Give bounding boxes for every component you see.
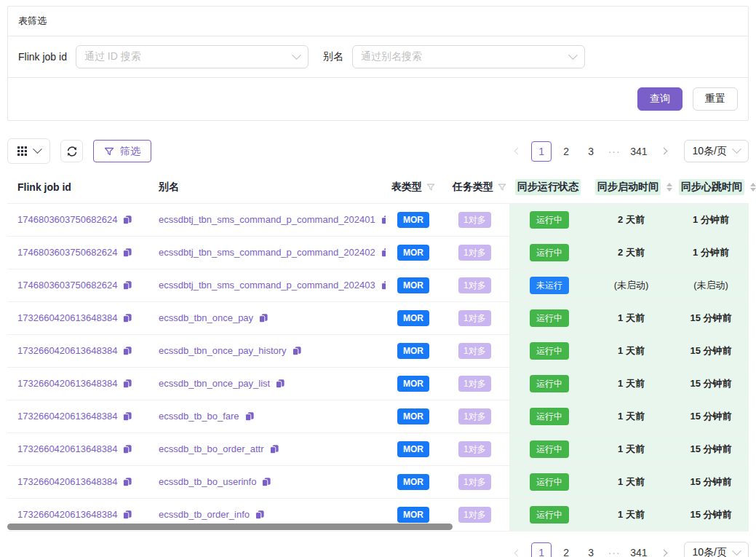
- sync-heartbeat-time-cell: 15 分钟前: [673, 400, 749, 432]
- alias-placeholder: 通过别名搜索: [361, 50, 422, 63]
- alias-link[interactable]: ecssdb_tbn_once_pay: [159, 312, 253, 323]
- alias-link[interactable]: ecssdb_tb_bo_userinfo: [159, 476, 256, 487]
- copy-icon[interactable]: [122, 411, 132, 422]
- chevron-down-icon: [732, 546, 741, 556]
- page-button-active[interactable]: 1: [531, 141, 552, 162]
- task-type-badge: 1对多: [458, 507, 491, 523]
- table-type-cell: MOR: [386, 301, 447, 334]
- copy-icon[interactable]: [122, 248, 132, 258]
- pagination-ellipsis[interactable]: ···: [605, 146, 623, 157]
- pagination: 1 2 3 ··· 341 10条/页: [508, 542, 749, 557]
- status-badge: 运行中: [530, 211, 569, 229]
- table-type-cell: MOR: [386, 400, 447, 432]
- page-size-select[interactable]: 10条/页: [684, 542, 749, 557]
- page-button-last[interactable]: 341: [627, 141, 650, 162]
- page-button[interactable]: 2: [556, 141, 576, 162]
- alias-link[interactable]: ecssdb_tbn_once_pay_list: [159, 378, 270, 389]
- copy-icon[interactable]: [381, 248, 386, 258]
- copy-icon[interactable]: [122, 313, 132, 323]
- job-id-link[interactable]: 1732660420613648384: [17, 312, 117, 323]
- alias-link[interactable]: ecssdb_tb_bo_fare: [159, 411, 239, 422]
- refresh-button[interactable]: [60, 140, 83, 162]
- table-type-badge: MOR: [397, 408, 429, 424]
- page-size-select[interactable]: 10条/页: [684, 140, 749, 162]
- page-button[interactable]: 3: [581, 542, 601, 557]
- alias-link[interactable]: ecssdbtj_tbn_sms_command_p_command_20240…: [159, 214, 375, 225]
- page-button-active[interactable]: 1: [531, 542, 552, 557]
- page-button-last[interactable]: 341: [627, 542, 650, 557]
- job-id-link[interactable]: 1746803603750682624: [17, 214, 117, 225]
- alias-cell: ecssdbtj_tbn_sms_command_p_command_20240…: [153, 203, 386, 236]
- copy-icon[interactable]: [122, 280, 132, 291]
- heartbeat-time-value: (未启动): [693, 280, 728, 291]
- sync-start-time-cell: 2 天前: [589, 236, 673, 269]
- prev-page-button[interactable]: [508, 542, 527, 557]
- filter-button-label: 筛选: [120, 145, 140, 158]
- scrollbar-thumb[interactable]: [7, 524, 453, 530]
- copy-icon[interactable]: [381, 215, 386, 225]
- copy-icon[interactable]: [244, 411, 255, 422]
- next-page-button[interactable]: [655, 141, 674, 162]
- copy-icon[interactable]: [122, 379, 132, 389]
- job-id-cell: 1732660420613648384: [7, 400, 153, 432]
- copy-icon[interactable]: [122, 510, 132, 520]
- copy-icon[interactable]: [269, 444, 279, 454]
- prev-page-button[interactable]: [508, 141, 527, 162]
- sorter-icon[interactable]: [667, 183, 672, 191]
- job-id-link[interactable]: 1732660420613648384: [17, 345, 117, 356]
- sync-start-time-cell: 1 天前: [589, 334, 673, 367]
- alias-link[interactable]: ecssdbtj_tbn_sms_command_p_command_20240…: [159, 247, 375, 258]
- sorter-icon[interactable]: [750, 183, 756, 191]
- col-header-sync-start-time[interactable]: 同步启动时间: [589, 171, 673, 203]
- job-id-link[interactable]: 1746803603750682624: [17, 280, 117, 291]
- job-id-link[interactable]: 1732660420613648384: [17, 509, 117, 520]
- horizontal-scrollbar[interactable]: [7, 524, 749, 531]
- alias-link[interactable]: ecssdb_tb_bo_order_attr: [159, 443, 264, 454]
- sync-start-time-cell: 1 天前: [589, 400, 673, 432]
- page-button[interactable]: 2: [556, 542, 576, 557]
- table-type-cell: MOR: [386, 334, 447, 367]
- copy-icon[interactable]: [258, 313, 268, 323]
- sync-heartbeat-time-cell: 1 分钟前: [673, 236, 749, 269]
- sync-start-time-cell: 2 天前: [589, 203, 673, 236]
- page-button[interactable]: 3: [581, 141, 601, 162]
- reset-button[interactable]: 重置: [693, 87, 738, 111]
- task-type-badge: 1对多: [458, 474, 491, 490]
- pagination-ellipsis[interactable]: ···: [605, 547, 623, 557]
- status-badge: 运行中: [530, 473, 569, 491]
- job-id-link[interactable]: 1732660420613648384: [17, 411, 117, 422]
- alias-link[interactable]: ecssdb_tbn_once_pay_history: [159, 345, 287, 356]
- table-type-cell: MOR: [386, 236, 447, 269]
- alias-cell: ecssdbtj_tbn_sms_command_p_command_20240…: [153, 269, 386, 301]
- table-type-badge: MOR: [397, 245, 429, 261]
- query-button[interactable]: 查询: [637, 87, 683, 111]
- copy-icon[interactable]: [381, 280, 386, 291]
- next-page-button[interactable]: [655, 542, 674, 557]
- col-header-sync-heartbeat-time[interactable]: 同步心跳时间: [673, 171, 749, 203]
- column-settings-button[interactable]: [7, 138, 50, 164]
- copy-icon[interactable]: [122, 346, 132, 356]
- copy-icon[interactable]: [122, 215, 132, 225]
- column-filter-icon[interactable]: [498, 183, 506, 191]
- job-id-link[interactable]: 1732660420613648384: [17, 476, 117, 487]
- copy-icon[interactable]: [255, 510, 265, 520]
- task-type-badge: 1对多: [458, 408, 491, 424]
- job-id-link[interactable]: 1746803603750682624: [17, 247, 117, 258]
- copy-icon[interactable]: [275, 379, 285, 389]
- task-type-badge: 1对多: [458, 212, 491, 228]
- alias-link[interactable]: ecssdbtj_tbn_sms_command_p_command_20240…: [159, 280, 375, 291]
- job-id-link[interactable]: 1732660420613648384: [17, 443, 117, 454]
- sync-status-cell: 运行中: [509, 432, 589, 465]
- flink-job-id-select[interactable]: 通过 ID 搜索: [76, 45, 309, 68]
- copy-icon[interactable]: [122, 444, 132, 454]
- alias-select[interactable]: 通过别名搜索: [352, 45, 585, 68]
- alias-link[interactable]: ecssdb_tb_order_info: [159, 509, 250, 520]
- task-type-cell: 1对多: [447, 236, 509, 269]
- filter-button[interactable]: 筛选: [93, 140, 151, 162]
- copy-icon[interactable]: [292, 346, 302, 356]
- column-filter-icon[interactable]: [426, 183, 435, 191]
- status-badge: 运行中: [530, 506, 569, 524]
- job-id-link[interactable]: 1732660420613648384: [17, 378, 117, 389]
- copy-icon[interactable]: [261, 477, 271, 487]
- copy-icon[interactable]: [122, 477, 132, 487]
